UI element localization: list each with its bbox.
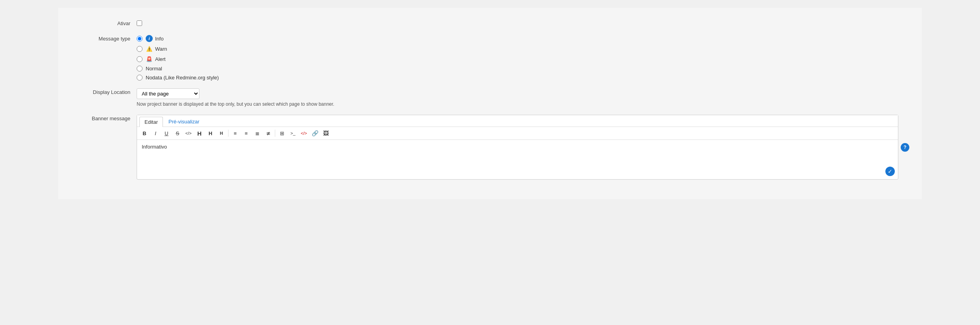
toolbar-ol[interactable]: ≡	[241, 129, 251, 138]
toolbar-h1[interactable]: H	[194, 129, 205, 138]
message-type-content: i Info ⚠️ Warn 🚨	[137, 35, 906, 81]
toolbar-h2[interactable]: H	[205, 129, 216, 138]
radio-label-warn: ⚠️ Warn	[146, 45, 167, 52]
message-type-label: Message type	[74, 35, 137, 42]
radio-label-alert: 🚨 Alert	[146, 55, 166, 62]
radio-item-normal[interactable]: Normal	[137, 66, 906, 72]
toolbar-ul[interactable]: ≡	[230, 129, 240, 138]
alert-icon: 🚨	[146, 55, 153, 62]
radio-item-info[interactable]: i Info	[137, 35, 906, 42]
display-location-select[interactable]: All the page Homepage only Project pages	[137, 88, 199, 99]
radio-label-nodata: Nodata (Like Redmine.org style)	[146, 75, 219, 81]
radio-warn[interactable]	[137, 46, 143, 52]
display-location-row: Display Location All the page Homepage o…	[74, 88, 906, 107]
toolbar-table[interactable]: ⊞	[277, 129, 287, 138]
radio-item-alert[interactable]: 🚨 Alert	[137, 55, 906, 62]
display-location-label: Display Location	[74, 88, 137, 95]
banner-message-row: Banner message Editar Pré-visualizar B I…	[74, 115, 906, 180]
display-location-content: All the page Homepage only Project pages…	[137, 88, 906, 107]
toolbar-divider-2	[275, 130, 275, 137]
toolbar-code-inline[interactable]: </>	[183, 129, 194, 138]
toolbar-outdent[interactable]: ≢	[263, 129, 273, 138]
tab-preview[interactable]: Pré-visualizar	[164, 117, 204, 127]
radio-alert[interactable]	[137, 56, 143, 62]
message-type-row: Message type i Info ⚠️ Warn	[74, 35, 906, 81]
toolbar-image[interactable]: 🖼	[321, 129, 331, 138]
ativar-row: Ativar	[74, 20, 906, 27]
ativar-checkbox[interactable]	[137, 20, 142, 26]
toolbar-bold[interactable]: B	[139, 129, 150, 138]
toolbar-shell[interactable]: >_	[288, 129, 298, 138]
toolbar-h3[interactable]: H	[216, 129, 227, 138]
editor-tabs: Editar Pré-visualizar	[137, 115, 898, 127]
toolbar-underline[interactable]: U	[161, 129, 172, 138]
toolbar-code-block[interactable]: </>	[299, 129, 309, 138]
toolbar-link[interactable]: 🔗	[310, 129, 320, 138]
radio-nodata[interactable]	[137, 75, 143, 81]
toolbar-divider-1	[228, 130, 229, 137]
toolbar-strikethrough[interactable]: S	[172, 129, 183, 138]
ativar-content	[137, 20, 906, 27]
checkmark-icon[interactable]: ✓	[885, 167, 895, 176]
banner-message-label: Banner message	[74, 115, 137, 121]
ativar-label: Ativar	[74, 20, 137, 26]
warn-icon: ⚠️	[146, 45, 153, 52]
banner-message-content: Editar Pré-visualizar B I U S </> H H H …	[137, 115, 906, 180]
main-container: Ativar Message type i Info	[58, 8, 922, 199]
editor-toolbar: B I U S </> H H H ≡ ≡ ≣ ≢ ⊞ >_ </>	[137, 127, 898, 140]
editor-body[interactable]: Informativo	[137, 140, 898, 179]
tab-edit[interactable]: Editar	[139, 117, 163, 127]
info-icon: i	[146, 35, 153, 42]
radio-label-info: i Info	[146, 35, 164, 42]
radio-info[interactable]	[137, 36, 143, 42]
toolbar-indent[interactable]: ≣	[252, 129, 262, 138]
editor-wrapper: Editar Pré-visualizar B I U S </> H H H …	[137, 115, 898, 180]
radio-group: i Info ⚠️ Warn 🚨	[137, 35, 906, 81]
toolbar-italic[interactable]: I	[150, 129, 161, 138]
radio-item-nodata[interactable]: Nodata (Like Redmine.org style)	[137, 75, 906, 81]
radio-item-warn[interactable]: ⚠️ Warn	[137, 45, 906, 52]
radio-normal[interactable]	[137, 66, 143, 72]
radio-label-normal: Normal	[146, 66, 162, 72]
help-icon[interactable]: ?	[901, 143, 909, 152]
display-location-hint: Now project banner is displayed at the t…	[137, 101, 906, 107]
